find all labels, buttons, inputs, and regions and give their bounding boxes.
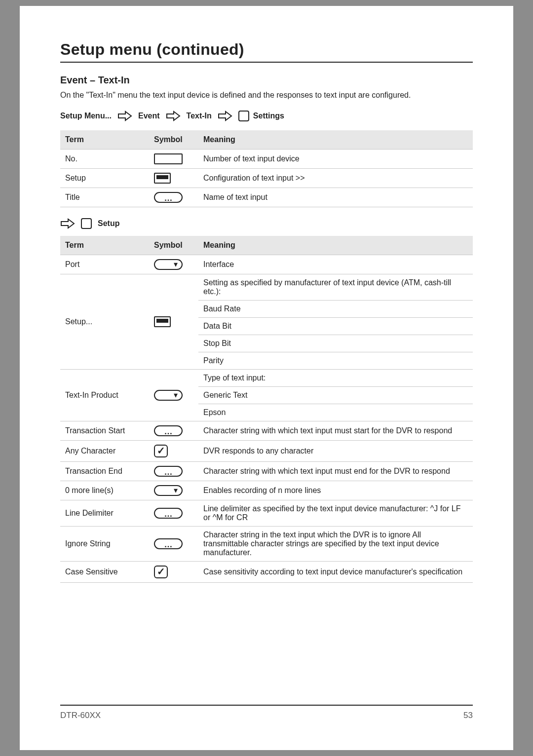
col-header-symbol: Symbol (149, 130, 198, 150)
table-row: Transaction EndCharacter string with whi… (60, 462, 473, 481)
symbol-cell (149, 527, 198, 562)
arrow-icon (60, 218, 75, 229)
table-row: SetupConfiguration of text input >> (60, 169, 473, 188)
table-header-row: Term Symbol Meaning (60, 236, 473, 255)
breadcrumb-label: Setup Menu... (60, 112, 112, 120)
meaning-cell: Generic Text (198, 387, 473, 404)
symbol-cell (149, 462, 198, 481)
meaning-cell: Character string with which text input m… (198, 421, 473, 441)
symbol-cell (149, 274, 198, 370)
meaning-cell: Name of text input (198, 188, 473, 207)
meaning-cell: Epson (198, 404, 473, 421)
table-row: Ignore StringCharacter string in the tex… (60, 527, 473, 562)
symbol-cell (149, 481, 198, 500)
symbol-cell (149, 421, 198, 441)
meaning-cell: Stop Bit (198, 335, 473, 352)
symbol-textfield-icon (154, 153, 183, 164)
term-cell: Line Delimiter (60, 500, 149, 527)
symbol-ellipsis-icon (154, 466, 183, 477)
table-row: PortInterface (60, 255, 473, 274)
breadcrumb-item: Settings (238, 111, 284, 121)
table-row: No.Number of text input device (60, 150, 473, 169)
table-row: Transaction StartCharacter string with w… (60, 421, 473, 441)
breadcrumb-item: Setup Menu... (60, 112, 112, 120)
breadcrumb-label: Text-In (187, 112, 212, 120)
intro-text: On the "Text-In" menu the text input dev… (60, 91, 473, 100)
breadcrumb-item: Event (138, 112, 160, 120)
meaning-cell: Parity (198, 352, 473, 370)
term-cell: Transaction End (60, 462, 149, 481)
table-row: Text-In ProductType of text input: (60, 370, 473, 387)
symbol-fill-icon (154, 173, 171, 184)
breadcrumb-label: Event (138, 112, 160, 120)
symbol-check-icon (154, 445, 168, 457)
term-cell: Transaction Start (60, 421, 149, 441)
table-row: Any CharacterDVR responds to any charact… (60, 441, 473, 462)
symbol-ellipsis-icon (154, 538, 183, 549)
section-title: Event – Text-In (60, 75, 473, 86)
symbol-ellipsis-icon (154, 508, 183, 519)
definitions-table-2: Term Symbol Meaning PortInterfaceSetup..… (60, 236, 473, 583)
term-cell: Title (60, 188, 149, 207)
manual-page: Setup menu (continued) Event – Text-In O… (20, 6, 513, 750)
term-cell: Any Character (60, 441, 149, 462)
col-header-meaning: Meaning (198, 130, 473, 150)
symbol-cell (149, 370, 198, 421)
table-row: TitleName of text input (60, 188, 473, 207)
term-cell: No. (60, 150, 149, 169)
symbol-dropdown-icon (154, 259, 183, 270)
symbol-check-icon (154, 566, 168, 578)
symbol-ellipsis-icon (154, 425, 183, 436)
meaning-cell: Baud Rate (198, 301, 473, 318)
table-row: 0 more line(s)Enables recording of n mor… (60, 481, 473, 500)
meaning-cell: Case sensitivity according to text input… (198, 562, 473, 583)
arrow-icon (218, 111, 232, 121)
meaning-cell: Data Bit (198, 318, 473, 335)
checkbox-icon (81, 218, 92, 229)
term-cell: Ignore String (60, 527, 149, 562)
symbol-cell (149, 562, 198, 583)
symbol-cell (149, 500, 198, 527)
breadcrumb: Setup Menu... Event Text-In Settings (60, 111, 473, 121)
meaning-cell: Type of text input: (198, 370, 473, 387)
meaning-cell: Line delimiter as specified by the text … (198, 500, 473, 527)
meaning-cell: Interface (198, 255, 473, 274)
col-header-meaning: Meaning (198, 236, 473, 255)
symbol-fill-icon (154, 316, 171, 327)
page-title: Setup menu (continued) (60, 40, 473, 59)
title-rule (60, 62, 473, 63)
meaning-cell: Enables recording of n more lines (198, 481, 473, 500)
meaning-cell: Character string in the text input which… (198, 527, 473, 562)
footer-page-number: 53 (463, 711, 473, 720)
meaning-cell: Configuration of text input >> (198, 169, 473, 188)
term-cell: Case Sensitive (60, 562, 149, 583)
symbol-ellipsis-icon (154, 192, 183, 203)
footer-model: DTR-60XX (60, 711, 101, 720)
sub-breadcrumb-label: Setup (98, 219, 119, 228)
term-cell: Port (60, 255, 149, 274)
sub-breadcrumb: Setup (60, 218, 473, 229)
meaning-cell: Number of text input device (198, 150, 473, 169)
checkbox-icon (238, 111, 249, 121)
term-cell: Setup (60, 169, 149, 188)
symbol-dropdown-icon (154, 390, 183, 401)
arrow-icon (166, 111, 181, 121)
table-row: Setup...Setting as specified by manufact… (60, 274, 473, 301)
col-header-term: Term (60, 236, 149, 255)
table-header-row: Term Symbol Meaning (60, 130, 473, 150)
symbol-cell (149, 188, 198, 207)
definitions-table-1: Term Symbol Meaning No.Number of text in… (60, 130, 473, 207)
symbol-cell (149, 169, 198, 188)
symbol-cell (149, 441, 198, 462)
symbol-cell (149, 150, 198, 169)
breadcrumb-item: Text-In (187, 112, 212, 120)
term-cell: 0 more line(s) (60, 481, 149, 500)
symbol-cell (149, 255, 198, 274)
meaning-cell: Setting as specified by manufacturer of … (198, 274, 473, 301)
breadcrumb-label: Settings (253, 112, 284, 120)
col-header-term: Term (60, 130, 149, 150)
col-header-symbol: Symbol (149, 236, 198, 255)
meaning-cell: DVR responds to any character (198, 441, 473, 462)
symbol-dropdown-icon (154, 485, 183, 496)
term-cell: Setup... (60, 274, 149, 370)
